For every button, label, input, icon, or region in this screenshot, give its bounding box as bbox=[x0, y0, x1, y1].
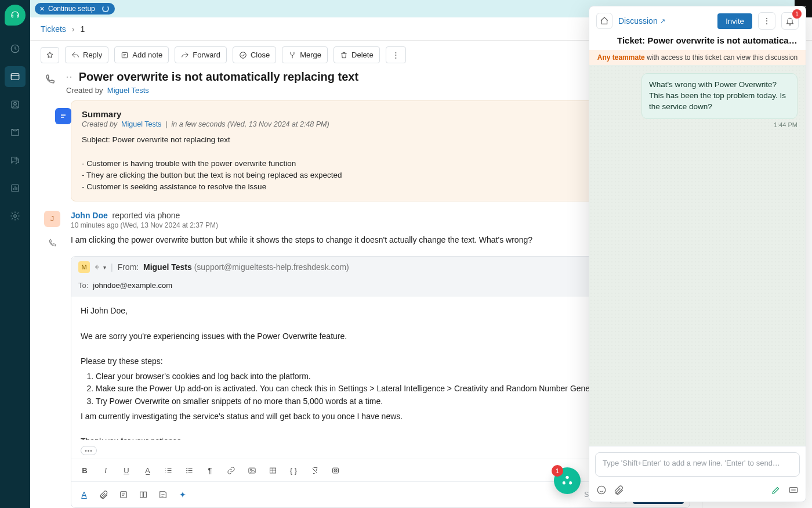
discussion-message-time: 1:44 PM bbox=[597, 121, 798, 128]
svg-point-5 bbox=[14, 215, 17, 218]
link-button[interactable] bbox=[223, 463, 238, 478]
discussion-footer bbox=[589, 481, 806, 502]
attach-icon[interactable] bbox=[614, 485, 624, 497]
invite-button[interactable]: Invite bbox=[717, 13, 752, 29]
svg-point-17 bbox=[597, 486, 606, 494]
agent-avatar: M bbox=[78, 261, 90, 273]
svg-rect-16 bbox=[121, 492, 127, 498]
ai-button[interactable]: ✦ bbox=[176, 488, 190, 502]
more-button[interactable]: ⋮ bbox=[386, 46, 406, 63]
discussion-compose: Type 'Shift+Enter' to add a new line. 'E… bbox=[589, 446, 806, 481]
signature-toggle[interactable]: ••• bbox=[81, 446, 97, 455]
paragraph-button[interactable]: ¶ bbox=[202, 463, 217, 478]
to-label: To: bbox=[78, 281, 88, 290]
phone-small-icon bbox=[44, 239, 60, 250]
bold-button[interactable]: B bbox=[77, 463, 92, 478]
close-button[interactable]: Close bbox=[233, 46, 276, 63]
star-button[interactable] bbox=[41, 47, 59, 63]
svg-point-7 bbox=[240, 52, 246, 58]
discussion-input[interactable]: Type 'Shift+Enter' to add a new line. 'E… bbox=[595, 452, 800, 477]
nav-dashboard-icon[interactable] bbox=[5, 38, 26, 59]
breadcrumb-root[interactable]: Tickets bbox=[41, 24, 66, 34]
external-link-icon: ↗ bbox=[660, 17, 665, 25]
discussion-more-button[interactable]: ⋮ bbox=[758, 12, 775, 30]
reported-via: reported via phone bbox=[113, 211, 180, 220]
customer-avatar: J bbox=[44, 211, 60, 227]
nav-tickets-icon[interactable] bbox=[5, 66, 26, 87]
app-logo[interactable] bbox=[5, 5, 26, 26]
svg-point-11 bbox=[186, 472, 187, 473]
from-field: From: Miguel Tests (support@migueltests-… bbox=[118, 262, 349, 272]
phone-icon bbox=[42, 74, 58, 95]
ticket-created-by: Created by Miguel Tests bbox=[66, 86, 358, 95]
discussion-tab[interactable]: Discussion ↗ bbox=[618, 16, 665, 26]
nav-forums-icon[interactable] bbox=[5, 150, 26, 171]
forward-button[interactable]: Forward bbox=[175, 46, 227, 63]
ordered-list-button[interactable] bbox=[161, 463, 176, 478]
continue-setup-pill[interactable]: ✕ Continue setup bbox=[35, 3, 115, 15]
table-button[interactable] bbox=[265, 463, 280, 478]
left-nav bbox=[0, 0, 30, 508]
svg-rect-12 bbox=[248, 468, 255, 473]
text-color-button[interactable]: A̲ bbox=[140, 463, 155, 478]
summary-icon bbox=[55, 108, 71, 124]
ticket-title: Power overwrite is not automatically rep… bbox=[79, 70, 358, 84]
svg-rect-15 bbox=[332, 468, 338, 473]
discussion-panel: Discussion ↗ Invite ⋮ 1 Ticket: Power ov… bbox=[589, 6, 806, 502]
collab-fab[interactable]: 1 bbox=[554, 467, 581, 494]
font-button[interactable]: A bbox=[77, 488, 91, 502]
notifications-button[interactable]: 1 bbox=[781, 12, 799, 30]
discussion-body: What's wrong with Power Overwrite? This … bbox=[589, 65, 806, 446]
svg-rect-6 bbox=[122, 52, 128, 57]
merge-button[interactable]: Merge bbox=[282, 46, 328, 63]
svg-point-3 bbox=[14, 102, 17, 105]
notification-badge: 1 bbox=[792, 9, 802, 19]
code-button[interactable]: { } bbox=[286, 463, 301, 478]
svg-point-9 bbox=[186, 468, 187, 469]
clear-format-button[interactable] bbox=[307, 463, 322, 478]
home-icon[interactable] bbox=[596, 13, 612, 29]
emoji-icon[interactable] bbox=[596, 485, 607, 497]
reply-type-icon[interactable]: ▾ bbox=[95, 264, 106, 271]
continue-setup-label: Continue setup bbox=[48, 5, 95, 13]
spinner-icon bbox=[102, 5, 109, 12]
svg-point-10 bbox=[186, 470, 187, 470]
underline-button[interactable]: U bbox=[119, 463, 134, 478]
italic-button[interactable]: I bbox=[98, 463, 113, 478]
unordered-list-button[interactable] bbox=[182, 463, 197, 478]
svg-point-13 bbox=[250, 469, 252, 471]
attach-button[interactable] bbox=[97, 488, 111, 502]
nav-contacts-icon[interactable] bbox=[5, 94, 26, 115]
expand-compose-icon[interactable] bbox=[788, 485, 799, 497]
to-value[interactable]: johndoe@example.com bbox=[93, 281, 172, 290]
more-format-button[interactable] bbox=[328, 463, 343, 478]
svg-rect-1 bbox=[11, 74, 19, 80]
compose-send-icon[interactable] bbox=[771, 485, 781, 497]
image-button[interactable] bbox=[244, 463, 259, 478]
breadcrumb-id: 1 bbox=[81, 24, 85, 34]
snippet-button[interactable] bbox=[156, 488, 170, 502]
discussion-visibility-warning: Any teammate with access to this ticket … bbox=[589, 50, 806, 65]
discussion-message: What's wrong with Power Overwrite? This … bbox=[641, 73, 798, 119]
fab-badge: 1 bbox=[552, 465, 563, 477]
delete-button[interactable]: Delete bbox=[334, 46, 380, 63]
nav-analytics-icon[interactable] bbox=[5, 178, 26, 199]
chevron-right-icon: › bbox=[72, 24, 75, 34]
nav-admin-icon[interactable] bbox=[5, 206, 26, 226]
discussion-subject: Ticket: Power overwrite is not automatic… bbox=[589, 35, 806, 50]
drag-handle-icon: ·· bbox=[66, 73, 73, 82]
kb-button[interactable] bbox=[136, 488, 150, 502]
discussion-header: Discussion ↗ Invite ⋮ 1 bbox=[589, 6, 806, 35]
add-note-button[interactable]: Add note bbox=[114, 46, 169, 63]
ticket-creator-link[interactable]: Miguel Tests bbox=[107, 86, 149, 95]
customer-name[interactable]: John Doe bbox=[71, 211, 108, 220]
wrench-icon: ✕ bbox=[39, 5, 45, 13]
nav-solutions-icon[interactable] bbox=[5, 122, 26, 143]
reply-button[interactable]: Reply bbox=[65, 46, 108, 63]
canned-button[interactable] bbox=[117, 488, 130, 502]
